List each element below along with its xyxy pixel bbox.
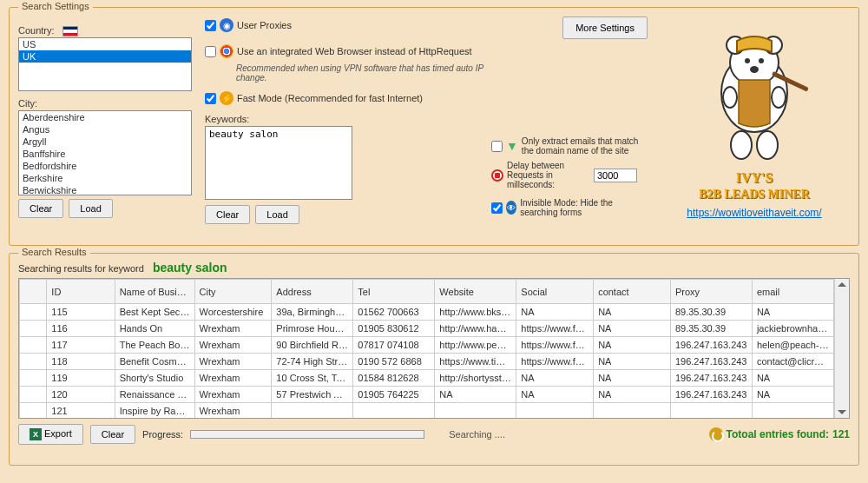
svg-point-4 <box>745 58 750 63</box>
country-listbox[interactable]: USUK <box>18 37 192 91</box>
keywords-clear-button[interactable]: Clear <box>205 205 250 224</box>
table-cell: http://shortysstu... <box>435 370 516 387</box>
city-label: City: <box>18 98 37 109</box>
grid-header[interactable]: Social <box>516 280 594 304</box>
table-cell <box>20 370 47 387</box>
grid-header[interactable]: Proxy <box>670 280 752 304</box>
user-proxies-label: User Proxies <box>237 20 292 30</box>
globe-icon: ◉ <box>220 18 233 32</box>
table-row[interactable]: 115Best Kept SecretWorcestershire39a, Bi… <box>20 304 834 321</box>
fast-mode-checkbox[interactable] <box>205 93 216 104</box>
search-settings-panel: Search Settings Country: USUK City: Aber… <box>9 7 859 246</box>
table-cell: 196.247.163.243 <box>670 387 752 403</box>
table-cell: NA <box>594 304 671 321</box>
mascot-link[interactable]: https://wowitloveithaveit.com/ <box>681 207 828 219</box>
city-item[interactable]: Berwickshire <box>19 184 191 195</box>
country-item[interactable]: UK <box>19 50 191 63</box>
grid-header[interactable]: City <box>194 280 272 304</box>
table-cell: 01905 764225 <box>353 387 435 403</box>
delay-label: Delay between Requests in millseconds: <box>507 161 594 189</box>
fast-mode-label: Fast Mode (Recommended for fast Internet… <box>237 93 423 103</box>
table-cell: 0190 572 6868 <box>353 354 435 370</box>
table-cell <box>20 403 47 419</box>
city-item[interactable]: Banffshire <box>19 148 191 160</box>
search-settings-legend: Search Settings <box>18 1 93 11</box>
delay-input[interactable] <box>594 169 637 182</box>
table-cell <box>272 403 353 419</box>
country-item[interactable]: US <box>19 38 191 50</box>
progress-bar <box>190 430 424 439</box>
table-cell <box>353 403 435 419</box>
table-cell: 196.247.163.243 <box>670 370 752 387</box>
invisible-mode-label: Invisible Mode: Hide the searching forms <box>520 198 639 217</box>
grid-header[interactable]: contact <box>594 280 671 304</box>
city-item[interactable]: Berkshire <box>19 172 191 184</box>
table-cell: 01905 830612 <box>353 321 435 337</box>
table-row[interactable]: 120Renaissance HairWrexham57 Prestwich A… <box>20 387 834 403</box>
grid-header[interactable]: Website <box>435 280 516 304</box>
eye-icon: 👁 <box>506 201 516 215</box>
table-cell: NA <box>752 370 833 387</box>
search-results-panel: Search Results Searching results for key… <box>9 253 859 466</box>
table-row[interactable]: 118Benefit CosmeticsWrexham72-74 High St… <box>20 354 834 370</box>
table-cell: 196.247.163.243 <box>670 354 752 370</box>
grid-header[interactable]: ID <box>47 280 115 304</box>
table-row[interactable]: 121Inspire by RachelWrexham <box>20 403 834 419</box>
table-cell <box>516 403 594 419</box>
keywords-load-button[interactable]: Load <box>255 205 299 224</box>
table-cell: 39a, Birmingham ... <box>272 304 353 321</box>
table-row[interactable]: 117The Peach BoutiWrexham90 Birchfield R… <box>20 337 834 354</box>
table-cell: 89.35.30.39 <box>670 321 752 337</box>
table-cell: http://www.bksbl... <box>435 304 516 321</box>
table-cell: http://www.hand... <box>435 321 516 337</box>
table-cell: NA <box>435 387 516 403</box>
grid-scrollbar[interactable] <box>834 279 849 418</box>
more-settings-button[interactable]: More Settings <box>562 17 648 39</box>
city-load-button[interactable]: Load <box>69 199 112 218</box>
keywords-textarea[interactable]: beauty salon <box>205 126 352 200</box>
table-cell: https://www.fac... <box>516 321 594 337</box>
svg-point-11 <box>757 131 778 159</box>
use-browser-checkbox[interactable] <box>205 46 216 57</box>
user-proxies-checkbox[interactable] <box>205 20 216 31</box>
table-row[interactable]: 119Shorty's StudioWrexham10 Cross St, Te… <box>20 370 834 387</box>
city-listbox[interactable]: AberdeenshireAngusArgyllBanffshireBedfor… <box>18 110 192 195</box>
invisible-mode-checkbox[interactable] <box>491 202 503 214</box>
searching-results-label: Searching results for keyword <box>18 263 144 274</box>
table-row[interactable]: 116Hands OnWrexhamPrimrose House J...019… <box>20 321 834 337</box>
search-results-legend: Search Results <box>18 247 90 257</box>
table-cell: NA <box>594 354 671 370</box>
mascot-container: IVY'S B2B LEADS MINER https://wowitlovei… <box>681 28 828 219</box>
grid-header[interactable] <box>20 280 47 304</box>
bear-mascot-icon <box>694 28 815 167</box>
grid-header[interactable]: Tel <box>353 280 435 304</box>
table-cell: NA <box>594 387 671 403</box>
city-item[interactable]: Bedfordshire <box>19 160 191 172</box>
table-cell <box>594 403 671 419</box>
table-cell: helen@peach-bo... <box>752 337 833 354</box>
results-clear-button[interactable]: Clear <box>90 425 135 444</box>
city-item[interactable]: Aberdeenshire <box>19 111 191 123</box>
table-cell: NA <box>594 337 671 354</box>
table-cell: 07817 074108 <box>353 337 435 354</box>
table-cell: https://www.fac... <box>516 354 594 370</box>
uk-flag-icon <box>62 26 78 36</box>
table-cell: https://www.face... <box>516 337 594 354</box>
results-grid[interactable]: IDName of BusinessCityAddressTelWebsiteS… <box>19 279 834 418</box>
svg-point-9 <box>723 87 737 108</box>
export-button[interactable]: XExport <box>18 424 83 445</box>
table-cell: 72-74 High Street... <box>272 354 353 370</box>
extract-emails-checkbox[interactable] <box>491 141 503 152</box>
table-cell: NA <box>516 387 594 403</box>
table-cell <box>20 337 47 354</box>
table-cell: 118 <box>47 354 115 370</box>
grid-header[interactable]: Address <box>272 280 353 304</box>
current-keyword: beauty salon <box>153 261 227 275</box>
grid-header[interactable]: Name of Business <box>115 280 194 304</box>
city-item[interactable]: Angus <box>19 123 191 136</box>
table-cell: 89.35.30.39 <box>670 304 752 321</box>
city-item[interactable]: Argyll <box>19 136 191 148</box>
counter-icon <box>709 427 723 441</box>
city-clear-button[interactable]: Clear <box>18 199 63 218</box>
grid-header[interactable]: email <box>752 280 833 304</box>
